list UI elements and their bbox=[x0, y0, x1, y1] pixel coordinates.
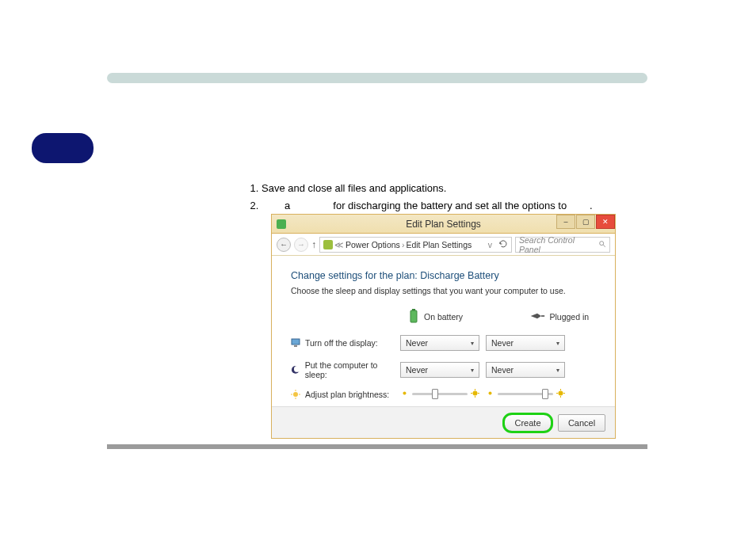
titlebar: Edit Plan Settings – ▢ ✕ bbox=[272, 215, 615, 234]
svg-point-20 bbox=[489, 392, 492, 395]
content-area: Change settings for the plan: Discharge … bbox=[272, 256, 615, 423]
svg-point-9 bbox=[293, 392, 298, 397]
display-battery-select[interactable]: Never▾ bbox=[400, 335, 479, 351]
svg-rect-2 bbox=[410, 310, 417, 322]
forward-button[interactable]: → bbox=[294, 238, 308, 252]
svg-point-15 bbox=[473, 391, 478, 396]
svg-rect-5 bbox=[292, 339, 300, 345]
refresh-icon[interactable] bbox=[498, 239, 508, 250]
monitor-icon bbox=[291, 338, 300, 348]
moon-icon bbox=[291, 365, 300, 375]
sun-high-icon bbox=[556, 389, 565, 399]
chevron-down-icon: ▾ bbox=[471, 367, 474, 374]
window-controls: – ▢ ✕ bbox=[556, 215, 615, 230]
divider-top bbox=[107, 73, 647, 83]
close-button[interactable]: ✕ bbox=[596, 215, 615, 229]
footer: Create Cancel bbox=[272, 406, 615, 438]
brightness-row: Adjust plan brightness: bbox=[291, 389, 596, 399]
sleep-battery-select[interactable]: Never▾ bbox=[400, 362, 479, 378]
divider-bottom bbox=[107, 444, 647, 449]
svg-point-0 bbox=[600, 241, 604, 245]
control-panel-window: Edit Plan Settings – ▢ ✕ ← → ↑ ≪ Power O… bbox=[271, 214, 616, 439]
app-icon bbox=[277, 219, 286, 229]
navigation-bar: ← → ↑ ≪ Power Options › Edit Plan Settin… bbox=[272, 234, 615, 256]
cancel-button[interactable]: Cancel bbox=[558, 414, 605, 432]
back-button[interactable]: ← bbox=[277, 238, 291, 252]
chevron-down-icon: ▾ bbox=[556, 340, 559, 347]
display-plugged-select[interactable]: Never▾ bbox=[486, 335, 565, 351]
brightness-icon bbox=[291, 390, 300, 399]
window-title: Edit Plan Settings bbox=[406, 219, 481, 230]
svg-point-8 bbox=[294, 366, 300, 372]
sun-low-icon bbox=[400, 389, 409, 399]
sleep-plugged-select[interactable]: Never▾ bbox=[486, 362, 565, 378]
up-button[interactable]: ↑ bbox=[311, 239, 316, 250]
svg-point-21 bbox=[559, 391, 563, 396]
power-icon bbox=[323, 240, 333, 249]
turn-off-display-row: Turn off the display: Never▾ Never▾ bbox=[291, 335, 596, 351]
svg-rect-6 bbox=[294, 345, 297, 347]
search-input[interactable]: Search Control Panel bbox=[515, 237, 610, 253]
svg-point-14 bbox=[403, 392, 407, 395]
plug-icon bbox=[529, 311, 545, 322]
search-icon bbox=[598, 240, 606, 249]
instruction-step-1: Save and close all files and application… bbox=[262, 181, 593, 196]
minimize-button[interactable]: – bbox=[556, 215, 575, 229]
sun-low-icon bbox=[486, 389, 494, 399]
chevron-right-icon: › bbox=[402, 240, 405, 249]
breadcrumb[interactable]: ≪ Power Options › Edit Plan Settings v bbox=[319, 237, 512, 253]
chevron-right-icon: ≪ bbox=[334, 240, 344, 249]
column-headers: On battery Plugged in bbox=[408, 308, 596, 326]
brightness-battery-slider[interactable] bbox=[400, 389, 479, 399]
plan-heading: Change settings for the plan: Discharge … bbox=[291, 270, 596, 281]
battery-icon bbox=[408, 308, 419, 326]
chevron-down-icon: ▾ bbox=[556, 367, 559, 374]
create-button[interactable]: Create bbox=[504, 414, 552, 432]
dropdown-chevron-icon: v bbox=[488, 240, 492, 249]
plugged-in-column: Plugged in bbox=[529, 308, 597, 326]
chevron-down-icon: ▾ bbox=[471, 340, 474, 347]
instructions-list: Save and close all files and application… bbox=[239, 181, 593, 215]
instruction-step-2: a for discharging the battery and set al… bbox=[262, 198, 593, 214]
svg-rect-3 bbox=[412, 309, 415, 310]
maximize-button[interactable]: ▢ bbox=[576, 215, 595, 229]
svg-line-1 bbox=[603, 245, 605, 247]
page-badge bbox=[32, 133, 94, 163]
sleep-row: Put the computer to sleep: Never▾ Never▾ bbox=[291, 360, 596, 379]
sun-high-icon bbox=[471, 389, 479, 399]
on-battery-column: On battery bbox=[408, 308, 475, 326]
plan-subtext: Choose the sleep and display settings th… bbox=[291, 286, 596, 295]
brightness-plugged-slider[interactable] bbox=[486, 389, 565, 399]
